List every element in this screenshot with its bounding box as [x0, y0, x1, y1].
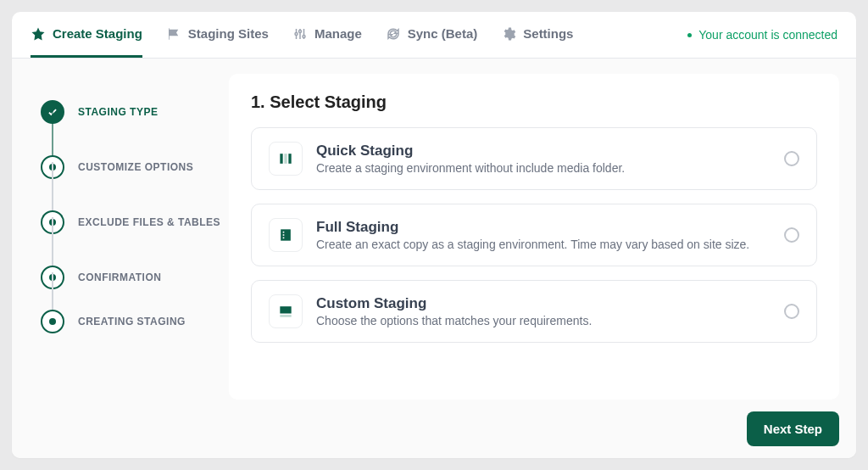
tab-staging-sites[interactable]: Staging Sites [166, 12, 269, 58]
option-radio[interactable] [784, 151, 799, 166]
svg-rect-4 [284, 154, 287, 164]
svg-rect-6 [281, 229, 291, 240]
step-label: EXCLUDE FILES & TABLES [78, 216, 220, 228]
status-dot-icon [687, 33, 692, 37]
step-label: STAGING TYPE [78, 106, 158, 118]
tab-manage[interactable]: Manage [292, 12, 362, 58]
quick-staging-icon [269, 142, 303, 176]
option-desc: Choose the options that matches your req… [316, 314, 771, 327]
svg-point-0 [295, 32, 298, 35]
flag-icon [166, 26, 181, 42]
custom-staging-icon [269, 294, 303, 328]
tab-label: Settings [523, 26, 573, 41]
gear-icon [501, 26, 516, 42]
step-label: CUSTOMIZE OPTIONS [78, 161, 193, 173]
option-full-staging[interactable]: Full Staging Create an exact copy as a s… [251, 204, 817, 266]
option-radio[interactable] [784, 227, 799, 243]
app-window: Create Staging Staging Sites Manage Sync… [12, 12, 856, 458]
sync-icon [386, 26, 401, 42]
option-radio[interactable] [784, 304, 799, 319]
connection-status: Your account is connected [687, 28, 837, 42]
step-label: CREATING STAGING [78, 316, 186, 327]
full-staging-icon [269, 218, 303, 252]
sliders-icon [292, 26, 308, 42]
svg-point-1 [298, 30, 301, 32]
main-panel: 1. Select Staging Quick Staging Create a… [229, 74, 839, 400]
connection-status-label: Your account is connected [698, 28, 837, 42]
svg-rect-7 [283, 232, 285, 233]
tab-label: Manage [314, 26, 362, 41]
svg-rect-11 [280, 315, 291, 317]
option-quick-staging[interactable]: Quick Staging Create a staging environme… [251, 127, 817, 190]
option-title: Full Staging [316, 219, 771, 236]
panel-heading: 1. Select Staging [251, 92, 817, 112]
top-tabs: Create Staging Staging Sites Manage Sync… [12, 12, 856, 59]
star-icon [31, 26, 46, 42]
svg-rect-9 [283, 238, 285, 239]
svg-rect-10 [280, 306, 291, 313]
step-creating-staging[interactable]: CREATING STAGING [41, 305, 225, 339]
tab-sync[interactable]: Sync (Beta) [386, 12, 478, 58]
tab-settings[interactable]: Settings [501, 12, 573, 58]
tab-label: Sync (Beta) [408, 26, 478, 41]
option-desc: Create an exact copy as a staging enviro… [316, 238, 771, 251]
option-desc: Create a staging environment without inc… [316, 161, 771, 175]
option-custom-staging[interactable]: Custom Staging Choose the options that m… [251, 280, 817, 343]
option-title: Quick Staging [316, 143, 771, 159]
step-customize-options[interactable]: CUSTOMIZE OPTIONS [41, 139, 225, 194]
body: STAGING TYPE CUSTOMIZE OPTIONS EXCLUDE F… [12, 59, 856, 458]
svg-rect-3 [280, 154, 282, 164]
step-staging-type[interactable]: STAGING TYPE [41, 84, 225, 139]
svg-point-2 [303, 35, 305, 37]
option-title: Custom Staging [316, 295, 771, 312]
wizard-stepper: STAGING TYPE CUSTOMIZE OPTIONS EXCLUDE F… [12, 59, 229, 458]
tab-label: Staging Sites [188, 26, 269, 41]
svg-rect-8 [283, 234, 285, 236]
tab-create-staging[interactable]: Create Staging [31, 12, 142, 58]
tab-label: Create Staging [53, 26, 142, 41]
svg-rect-5 [288, 154, 291, 164]
step-dot-icon [41, 310, 64, 333]
next-step-button[interactable]: Next Step [747, 411, 839, 446]
footer: Next Step [229, 400, 856, 458]
step-exclude-files[interactable]: EXCLUDE FILES & TABLES [41, 194, 225, 249]
step-label: CONFIRMATION [78, 271, 161, 283]
step-confirmation[interactable]: CONFIRMATION [41, 249, 225, 305]
